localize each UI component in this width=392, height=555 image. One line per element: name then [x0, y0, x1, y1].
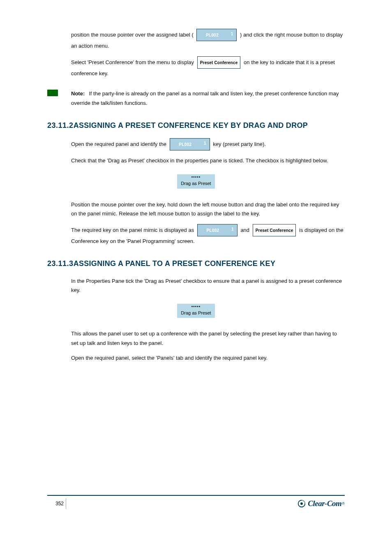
p1-a: position the mouse pointer over the assi… — [71, 32, 194, 38]
drag-as-preset-chip-1: ••••• Drag as Preset — [177, 174, 215, 189]
p2-a: Select 'Preset Conference' from the menu… — [71, 59, 196, 65]
key-num: 1 — [231, 30, 233, 37]
brand-registered-icon: ® — [342, 502, 345, 506]
p3-a: Open the required panel and identify the — [71, 141, 168, 147]
p6-a: The required key on the panel mimic is d… — [71, 227, 196, 233]
key-label-2: PL002 — [179, 142, 191, 147]
drag-handle-icon-2: ••••• — [177, 304, 215, 309]
footer-separator — [66, 498, 66, 509]
drag-as-preset-label-1: Drag as Preset — [177, 179, 215, 189]
heading-23-11-3: 23.11.3 ASSIGNING A PANEL TO A PRESET CO… — [47, 257, 345, 270]
heading-text-1: ASSIGNING A PRESET CONFERENCE KEY BY DRA… — [74, 121, 308, 130]
brand-logo: Clear-Com ® — [297, 498, 345, 509]
inline-key-pl002-2: PL0021 — [170, 138, 210, 150]
p9: Open the required panel, select the 'Pan… — [71, 354, 345, 363]
p8: This allows the panel user to set up a c… — [71, 329, 345, 347]
note-block: Note:If the party-line is already on the… — [71, 89, 345, 107]
inline-key-pl002-1: PL0021 — [196, 29, 237, 41]
p6-b: and — [240, 227, 251, 233]
heading-text-2: ASSIGNING A PANEL TO A PRESET CONFERENCE… — [74, 259, 276, 268]
heading-num-1: 23.11.2 — [47, 119, 72, 132]
drag-as-preset-label-2: Drag as Preset — [177, 309, 215, 318]
note-prefix: Note: — [71, 90, 85, 97]
footer-rule — [47, 495, 345, 496]
note-marker-icon — [47, 90, 58, 96]
heading-num-2: 23.11.3 — [47, 257, 72, 270]
svg-point-1 — [300, 502, 303, 505]
preset-conf-label-2: Preset Conference — [256, 228, 293, 233]
inline-key-pl002-3: PL0021 — [197, 224, 238, 236]
page-number: 352 — [55, 501, 64, 506]
key-label-3: PL002 — [207, 228, 219, 233]
inline-key-preset-conference-2: Preset Conference — [253, 224, 296, 236]
p3-b: key (preset party line). — [213, 141, 266, 147]
p7: In the Properties Pane tick the 'Drag as… — [71, 277, 345, 295]
key-label: PL002 — [206, 33, 219, 37]
note-body: If the party-line is already on the pane… — [71, 90, 339, 106]
p4: Check that the 'Drag as Preset' checkbox… — [71, 156, 345, 165]
inline-key-preset-conference-1: Preset Conference — [197, 56, 241, 69]
p5: Position the mouse pointer over the key,… — [71, 200, 345, 218]
drag-as-preset-chip-2: ••••• Drag as Preset — [177, 304, 215, 318]
key-num-2: 1 — [204, 140, 206, 147]
drag-handle-icon: ••••• — [177, 174, 215, 179]
clearcom-mark-icon — [297, 499, 306, 508]
heading-23-11-2: 23.11.2 ASSIGNING A PRESET CONFERENCE KE… — [47, 119, 345, 132]
brand-logo-text: Clear-Com — [308, 499, 341, 508]
preset-conf-label: Preset Conference — [200, 60, 238, 65]
key-num-3: 1 — [231, 226, 234, 233]
